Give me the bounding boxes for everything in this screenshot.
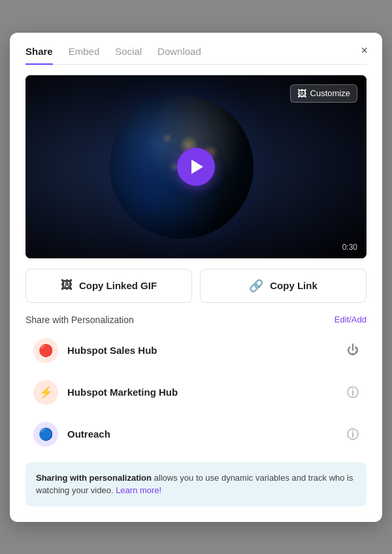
hubspot-marketing-action-icon[interactable]: ⓘ xyxy=(347,385,359,400)
copy-gif-label: Copy Linked GIF xyxy=(79,280,157,291)
tab-share[interactable]: Share xyxy=(25,46,53,65)
edit-add-link[interactable]: Edit/Add xyxy=(335,315,367,324)
tab-embed[interactable]: Embed xyxy=(69,46,100,65)
hubspot-sales-logo: 🔴 xyxy=(33,338,58,363)
tabs-bar: Share Embed Social Download xyxy=(25,46,367,65)
hubspot-marketing-icon: ⚡ xyxy=(39,385,53,400)
gif-icon: 🖼 xyxy=(61,279,73,292)
learn-more-link[interactable]: Learn more! xyxy=(116,485,161,495)
share-section-header: Share with Personalization Edit/Add xyxy=(25,315,367,325)
hubspot-marketing-logo: ⚡ xyxy=(33,380,58,405)
video-player[interactable]: 🖼 Customize 0:30 xyxy=(25,75,367,258)
copy-link-label: Copy Link xyxy=(270,280,318,291)
share-section-title: Share with Personalization xyxy=(25,315,134,325)
hubspot-sales-icon: 🔴 xyxy=(39,343,53,358)
hubspot-sales-name: Hubspot Sales Hub xyxy=(67,345,347,356)
outreach-name: Outreach xyxy=(67,428,347,440)
share-modal: × Share Embed Social Download 🖼 Customiz… xyxy=(10,33,382,522)
integration-hubspot-sales[interactable]: 🔴 Hubspot Sales Hub ⏻ xyxy=(25,332,367,370)
close-button[interactable]: × xyxy=(357,43,372,58)
link-icon: 🔗 xyxy=(249,279,263,293)
info-bold-text: Sharing with personalization xyxy=(36,473,152,483)
video-background: 🖼 Customize 0:30 xyxy=(25,75,367,258)
integration-outreach[interactable]: 🔵 Outreach ⓘ xyxy=(25,415,367,453)
tab-social[interactable]: Social xyxy=(115,46,142,65)
copy-linked-gif-button[interactable]: 🖼 Copy Linked GIF xyxy=(25,269,192,303)
outreach-logo: 🔵 xyxy=(33,422,58,447)
tab-download[interactable]: Download xyxy=(157,46,201,65)
video-timestamp: 0:30 xyxy=(342,243,357,252)
customize-label: Customize xyxy=(310,88,350,98)
play-button[interactable] xyxy=(177,148,215,186)
info-box: Sharing with personalization allows you … xyxy=(25,462,367,506)
hubspot-sales-action-icon[interactable]: ⏻ xyxy=(347,343,359,357)
customize-button[interactable]: 🖼 Customize xyxy=(290,84,357,103)
copy-link-button[interactable]: 🔗 Copy Link xyxy=(200,269,367,303)
hubspot-marketing-name: Hubspot Marketing Hub xyxy=(67,387,347,398)
outreach-action-icon[interactable]: ⓘ xyxy=(347,426,359,442)
action-buttons: 🖼 Copy Linked GIF 🔗 Copy Link xyxy=(25,269,367,303)
integration-hubspot-marketing[interactable]: ⚡ Hubspot Marketing Hub ⓘ xyxy=(25,373,367,411)
outreach-icon: 🔵 xyxy=(39,427,53,441)
customize-icon: 🖼 xyxy=(297,88,306,99)
